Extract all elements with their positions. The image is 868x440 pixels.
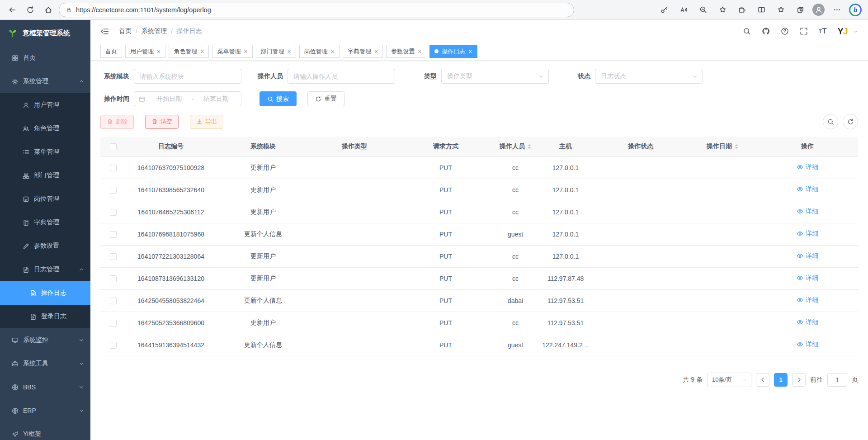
next-page-button[interactable]	[792, 373, 806, 387]
tab-menu-management[interactable]: 菜单管理×	[212, 45, 252, 58]
row-checkbox[interactable]	[110, 165, 117, 171]
sort-carets-icon[interactable]	[528, 142, 531, 151]
back-icon[interactable]	[5, 2, 20, 18]
question-icon[interactable]	[781, 27, 789, 35]
row-checkbox[interactable]	[110, 187, 117, 194]
breadcrumb-item[interactable]: 系统管理	[142, 27, 167, 35]
sidebar-item-system-monitor[interactable]: 系统监控	[0, 328, 90, 352]
font-size-icon[interactable]: TT	[819, 27, 827, 35]
row-checkbox[interactable]	[110, 209, 117, 216]
profile-avatar[interactable]	[812, 4, 825, 16]
detail-link[interactable]: 详细	[797, 341, 818, 349]
page-1-button[interactable]: 1	[774, 373, 788, 387]
tab-home[interactable]: 首页	[100, 45, 122, 58]
chevron-down-icon[interactable]	[853, 29, 858, 37]
date-range-input[interactable]: 开始日期 - 结束日期	[134, 91, 241, 106]
close-icon[interactable]: ×	[468, 48, 472, 55]
address-bar[interactable]: https://ccnetcore.com:1101/system/log/op…	[59, 3, 574, 17]
detail-link[interactable]: 详细	[797, 318, 818, 326]
close-icon[interactable]: ×	[288, 48, 291, 55]
row-checkbox[interactable]	[110, 320, 117, 326]
search-button[interactable]: 搜索	[259, 91, 297, 106]
sidebar-item-user-management[interactable]: 用户管理	[0, 93, 90, 117]
sidebar-item-role-management[interactable]: 角色管理	[0, 117, 90, 140]
sidebar-item-log-management[interactable]: 日志管理	[0, 258, 90, 281]
row-checkbox[interactable]	[110, 275, 117, 282]
tab-role-management[interactable]: 角色管理×	[169, 45, 209, 58]
github-icon[interactable]	[762, 27, 770, 35]
sidebar-item-login-log[interactable]: 登录日志	[0, 305, 90, 328]
refresh-icon[interactable]	[23, 2, 38, 18]
export-button[interactable]: 导出	[190, 115, 223, 129]
close-icon[interactable]: ×	[418, 48, 421, 55]
goto-page-input[interactable]	[827, 373, 847, 387]
tab-dept-management[interactable]: 部门管理×	[256, 45, 296, 58]
detail-link[interactable]: 详细	[797, 185, 818, 194]
select-all-checkbox[interactable]	[110, 143, 117, 150]
row-checkbox[interactable]	[110, 342, 117, 349]
detail-link[interactable]: 详细	[797, 274, 818, 282]
split-screen-icon[interactable]	[754, 2, 769, 18]
hamburger-icon[interactable]	[100, 27, 109, 36]
sidebar-item-post-management[interactable]: 岗位管理	[0, 187, 90, 211]
favorite-add-icon[interactable]	[715, 2, 730, 18]
type-select[interactable]: 操作类型	[441, 69, 549, 84]
sidebar-item-dept-management[interactable]: 部门管理	[0, 164, 90, 187]
close-icon[interactable]: ×	[157, 48, 160, 55]
close-icon[interactable]: ×	[244, 48, 247, 55]
favorites-bar-icon[interactable]	[774, 2, 788, 18]
sidebar-item-home[interactable]: 首页	[0, 46, 90, 70]
detail-link[interactable]: 详细	[797, 296, 818, 304]
module-input[interactable]	[134, 69, 241, 84]
sidebar-item-operation-log[interactable]: 操作日志	[0, 281, 90, 305]
page-size-select[interactable]: 10条/页	[707, 373, 751, 387]
detail-link[interactable]: 详细	[797, 252, 818, 260]
tab-user-management[interactable]: 用户管理×	[125, 45, 165, 58]
extensions-icon[interactable]	[735, 2, 749, 18]
row-checkbox[interactable]	[110, 253, 117, 260]
search-icon[interactable]	[743, 27, 751, 35]
more-icon[interactable]	[830, 2, 844, 18]
clear-button[interactable]: 清空	[145, 115, 179, 129]
breadcrumb-item[interactable]: 首页	[119, 27, 132, 35]
row-checkbox[interactable]	[110, 231, 117, 238]
detail-link[interactable]: 详细	[797, 163, 818, 171]
status-select[interactable]: 日志状态	[595, 69, 703, 84]
sidebar-item-dict-management[interactable]: 字典管理	[0, 211, 90, 234]
table-refresh-button[interactable]	[843, 114, 858, 129]
close-icon[interactable]: ×	[331, 48, 335, 55]
sidebar-item-system-tools[interactable]: 系统工具	[0, 352, 90, 375]
sort-carets-icon[interactable]	[735, 142, 738, 151]
cell-action: 详细	[757, 201, 858, 223]
sidebar-item-system-management[interactable]: 系统管理	[0, 70, 90, 93]
zoom-out-icon[interactable]	[696, 2, 710, 18]
fullscreen-icon[interactable]	[800, 27, 808, 35]
delete-button[interactable]: 删除	[100, 115, 134, 129]
close-icon[interactable]: ×	[200, 48, 204, 55]
app-logo[interactable]: 意框架管理系统	[0, 20, 90, 46]
collections-icon[interactable]	[793, 2, 807, 18]
sidebar-item-bbs[interactable]: BBS	[0, 375, 90, 399]
read-aloud-icon[interactable]	[676, 2, 691, 18]
tab-operation-log[interactable]: 操作日志×	[429, 45, 477, 58]
user-avatar-logo[interactable]: YJ	[838, 26, 848, 37]
row-checkbox[interactable]	[110, 298, 117, 304]
operator-input[interactable]	[288, 69, 395, 84]
table-search-button[interactable]	[823, 114, 838, 129]
sidebar-item-param-settings[interactable]: 参数设置	[0, 234, 90, 258]
tab-param-settings[interactable]: 参数设置×	[386, 45, 426, 58]
cell-id: 1641077221303128064	[126, 245, 216, 267]
home-icon[interactable]	[41, 2, 56, 18]
tab-dict-management[interactable]: 字典管理×	[343, 45, 383, 58]
prev-page-button[interactable]	[756, 373, 769, 387]
detail-link[interactable]: 详细	[797, 208, 818, 216]
close-icon[interactable]: ×	[374, 48, 378, 55]
sidebar-item-erp[interactable]: ERP	[0, 399, 90, 422]
sidebar-item-menu-management[interactable]: 菜单管理	[0, 140, 90, 164]
sidebar-item-yi-framework[interactable]: Yi框架	[0, 422, 90, 440]
bing-icon[interactable]: b	[849, 4, 862, 16]
reset-button[interactable]: 重置	[307, 91, 344, 106]
detail-link[interactable]: 详细	[797, 230, 818, 238]
tab-post-management[interactable]: 岗位管理×	[299, 45, 340, 58]
key-icon[interactable]	[657, 2, 671, 18]
